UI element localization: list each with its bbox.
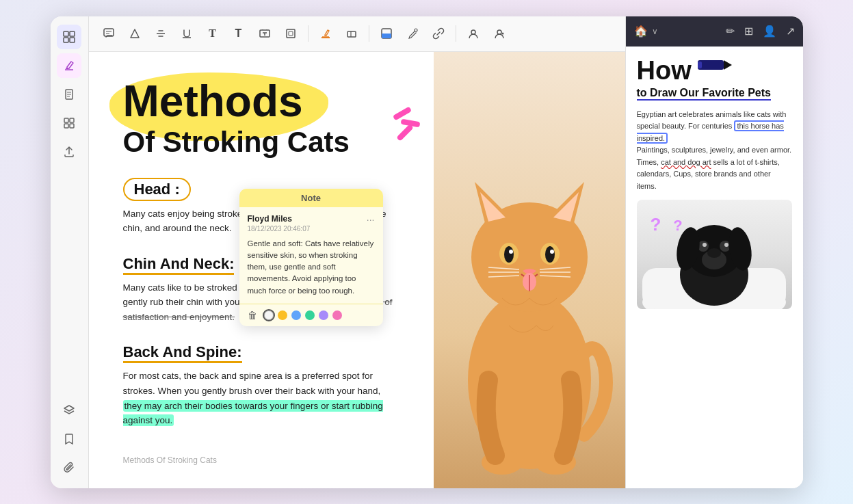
text-sans-button[interactable]: T — [227, 22, 250, 45]
note-color-white[interactable] — [264, 310, 274, 320]
panel-doc-title: How to Draw Our Favorite Pets — [637, 57, 792, 101]
text-box-button[interactable] — [253, 22, 276, 45]
sidebar-item-export[interactable] — [57, 140, 81, 164]
note-footer: 🗑 — [239, 304, 383, 326]
document-main-title: Methods Of Stroking Cats — [123, 79, 399, 159]
document-content: Methods Of Stroking Cats Head : Many cat… — [89, 52, 434, 488]
note-color-blue[interactable] — [291, 310, 301, 320]
sidebar-item-attachment[interactable] — [57, 455, 81, 480]
svg-point-30 — [415, 29, 417, 31]
text-serif-button[interactable]: T — [201, 22, 224, 45]
panel-title-how: How — [637, 57, 692, 83]
panel-dog-image: ? ? — [637, 200, 792, 309]
panel-edit-icon[interactable]: ✏ — [726, 25, 735, 38]
svg-rect-11 — [64, 124, 68, 128]
svg-point-65 — [707, 248, 721, 258]
right-panel: 🏠 ∨ ✏ ⊞ 👤 ↗ How — [625, 16, 803, 488]
panel-header: 🏠 ∨ ✏ ⊞ 👤 ↗ — [626, 16, 803, 47]
panel-header-icons: ✏ ⊞ 👤 ↗ — [726, 25, 795, 38]
svg-rect-4 — [66, 68, 68, 69]
svg-point-43 — [504, 246, 514, 263]
back-text-highlighted: they may arch their bodies towards your … — [123, 400, 383, 427]
document-footer: Methods Of Stroking Cats — [123, 455, 399, 465]
note-date: 18/12/2023 20:46:07 — [248, 225, 311, 233]
panel-share-icon[interactable]: ↗ — [786, 25, 795, 38]
svg-rect-9 — [64, 118, 68, 122]
back-text-before: For most cats, the back and spine area i… — [123, 371, 381, 396]
note-color-purple[interactable] — [319, 310, 328, 320]
sidebar-item-layers[interactable] — [57, 398, 81, 423]
svg-rect-29 — [382, 34, 391, 38]
strikethrough-tool-button[interactable] — [149, 22, 172, 45]
share-button[interactable] — [488, 22, 511, 45]
sidebar-item-layout[interactable] — [57, 111, 81, 135]
color-fill-button[interactable] — [375, 22, 398, 45]
back-section-title: Back And Spine: — [123, 343, 242, 363]
pen-tool-button[interactable] — [401, 22, 424, 45]
note-color-yellow[interactable] — [278, 310, 287, 320]
panel-wavy-text: cat and dog art — [661, 158, 711, 166]
doc-area: Methods Of Stroking Cats Head : Many cat… — [89, 52, 625, 488]
svg-rect-2 — [64, 38, 68, 42]
svg-point-46 — [550, 250, 554, 254]
marker-icon — [694, 55, 732, 85]
section-back: Back And Spine: For most cats, the back … — [123, 343, 399, 427]
panel-user-icon[interactable]: 👤 — [763, 25, 776, 38]
svg-point-32 — [497, 30, 501, 34]
panel-body-text-1: Egyptian art celebrates animals like cat… — [637, 109, 792, 193]
note-text: Gentle and soft: Cats have relatively se… — [248, 238, 375, 297]
svg-point-69 — [724, 243, 729, 247]
comment-tool-button[interactable] — [97, 22, 120, 45]
svg-point-68 — [703, 243, 707, 247]
note-popup: Note Floyd Miles 18/12/2023 20:46:07 ···… — [239, 189, 383, 326]
svg-rect-0 — [64, 31, 68, 36]
note-delete-button[interactable]: 🗑 — [248, 310, 257, 321]
panel-nav: 🏠 ∨ — [634, 25, 658, 38]
shape-tool-button[interactable] — [123, 22, 146, 45]
title-subtitle: Of Stroking Cats — [123, 126, 399, 159]
sidebar-item-pages[interactable] — [57, 82, 81, 107]
eraser-button[interactable] — [340, 22, 363, 45]
note-body: Floyd Miles 18/12/2023 20:46:07 ··· Gent… — [239, 207, 383, 304]
svg-rect-3 — [70, 38, 75, 42]
toolbar: T T — [89, 16, 625, 52]
panel-chevron-icon: ∨ — [652, 27, 658, 36]
frame-button[interactable] — [279, 22, 302, 45]
left-sidebar — [51, 16, 89, 488]
head-section-title: Head : — [123, 178, 191, 201]
svg-rect-26 — [347, 31, 356, 37]
underline-tool-button[interactable] — [175, 22, 198, 45]
highlight-button[interactable] — [314, 22, 337, 45]
note-menu-button[interactable]: ··· — [367, 214, 375, 225]
sidebar-item-highlight[interactable] — [57, 53, 81, 78]
cat-image-area — [434, 52, 625, 488]
svg-point-44 — [545, 246, 555, 263]
svg-rect-24 — [289, 31, 293, 36]
app-container: T T — [51, 16, 803, 488]
svg-point-31 — [471, 30, 475, 34]
note-author: Floyd Miles — [248, 214, 311, 224]
user-button[interactable] — [462, 22, 485, 45]
note-color-picker — [264, 310, 342, 320]
dog-svg — [639, 207, 789, 309]
chin-section-title: Chin And Neck: — [123, 255, 235, 275]
note-color-pink[interactable] — [332, 310, 342, 320]
main-area: T T — [89, 16, 625, 488]
cat-svg — [434, 52, 625, 488]
cat-background — [434, 52, 625, 488]
link-button[interactable] — [427, 22, 450, 45]
svg-marker-58 — [724, 60, 732, 70]
title-methods: Methods — [123, 79, 399, 123]
panel-home-icon[interactable]: 🏠 — [634, 25, 648, 38]
panel-grid-icon[interactable]: ⊞ — [744, 25, 753, 38]
back-section-text: For most cats, the back and spine area i… — [123, 369, 399, 427]
note-color-green[interactable] — [305, 310, 315, 320]
svg-rect-12 — [70, 124, 74, 128]
svg-rect-1 — [70, 31, 75, 36]
sidebar-item-bookmark[interactable] — [57, 427, 81, 451]
panel-title-sub: to Draw Our Favorite Pets — [637, 87, 772, 101]
svg-point-33 — [501, 33, 503, 35]
svg-rect-10 — [70, 118, 74, 122]
sidebar-item-view[interactable] — [57, 25, 81, 49]
svg-point-45 — [509, 250, 513, 254]
